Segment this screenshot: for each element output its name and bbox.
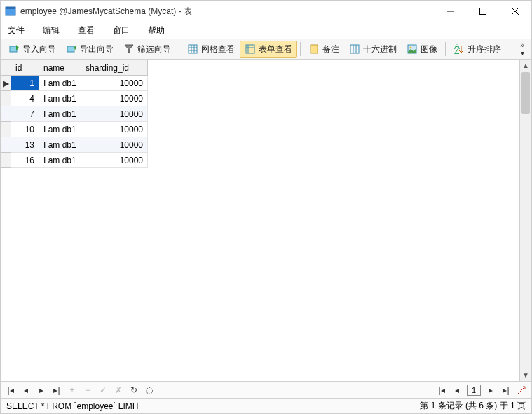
- image-button[interactable]: 图像: [402, 41, 442, 58]
- page-prev-button[interactable]: ◂: [451, 385, 463, 396]
- export-icon: [66, 43, 77, 55]
- toolbar: 导入向导 导出向导 筛选向导 网格查看 表单查看 备注 十六进制 图像 AZ 升…: [1, 39, 531, 60]
- nav-last-button[interactable]: ▸|: [51, 385, 62, 396]
- cell-sharding[interactable]: 10000: [81, 137, 148, 153]
- cell-name[interactable]: I am db1: [39, 76, 81, 91]
- row-indicator[interactable]: [1, 106, 11, 122]
- row-header-corner[interactable]: [1, 60, 11, 76]
- column-header-name[interactable]: name: [39, 60, 81, 76]
- formview-label: 表单查看: [259, 43, 292, 55]
- cell-name[interactable]: I am db1: [39, 153, 81, 168]
- nav-prev-button[interactable]: ◂: [20, 385, 32, 396]
- nav-next-button[interactable]: ▸: [36, 385, 47, 396]
- page-next-button[interactable]: ▸: [485, 385, 496, 396]
- menu-bar: 文件 编辑 查看 窗口 帮助: [1, 22, 531, 39]
- menu-edit[interactable]: 编辑: [40, 23, 62, 38]
- svg-rect-16: [311, 45, 318, 53]
- toolbar-overflow-button[interactable]: »▾: [516, 41, 528, 57]
- nav-refresh-button[interactable]: ↻: [128, 385, 139, 396]
- cell-id[interactable]: 4: [11, 91, 39, 106]
- svg-rect-8: [189, 45, 197, 53]
- nav-stop-button[interactable]: ◌: [144, 385, 155, 396]
- cell-name[interactable]: I am db1: [39, 122, 81, 137]
- sort-asc-button[interactable]: AZ 升序排序: [449, 41, 506, 58]
- nav-delete-button[interactable]: −: [82, 385, 93, 396]
- table-row[interactable]: 10I am db110000: [1, 122, 148, 137]
- menu-file[interactable]: 文件: [5, 23, 27, 38]
- table-row[interactable]: 16I am db110000: [1, 153, 148, 168]
- cell-id[interactable]: 1: [11, 76, 39, 91]
- table-row[interactable]: 13I am db110000: [1, 137, 148, 153]
- maximize-button[interactable]: [467, 1, 499, 22]
- hex-button[interactable]: 十六进制: [344, 41, 402, 58]
- vertical-scrollbar[interactable]: ▲ ▼: [519, 60, 531, 381]
- row-indicator[interactable]: [1, 91, 11, 106]
- form-view-button[interactable]: 表单查看: [240, 41, 297, 58]
- hex-icon: [349, 43, 360, 55]
- gridview-label: 网格查看: [201, 43, 235, 55]
- cell-name[interactable]: I am db1: [39, 91, 81, 106]
- minimize-button[interactable]: [435, 1, 467, 22]
- table-row[interactable]: ▶1I am db110000: [1, 76, 148, 91]
- menu-window[interactable]: 窗口: [110, 23, 132, 38]
- svg-text:Z: Z: [454, 46, 459, 54]
- table-row[interactable]: 7I am db110000: [1, 106, 148, 122]
- menu-view[interactable]: 查看: [75, 23, 97, 38]
- page-last-button[interactable]: ▸|: [500, 385, 512, 396]
- import-wizard-button[interactable]: 导入向导: [4, 41, 61, 58]
- svg-rect-6: [10, 46, 17, 52]
- row-indicator[interactable]: [1, 122, 11, 137]
- hex-label: 十六进制: [363, 43, 397, 55]
- close-button[interactable]: [499, 1, 531, 22]
- export-wizard-button[interactable]: 导出向导: [61, 41, 118, 58]
- row-indicator[interactable]: [1, 137, 11, 153]
- cell-sharding[interactable]: 10000: [81, 122, 148, 137]
- toolbar-separator: [445, 42, 446, 56]
- svg-rect-17: [350, 45, 359, 53]
- import-icon: [8, 43, 20, 55]
- form-icon: [245, 43, 256, 55]
- memo-icon: [308, 43, 320, 55]
- nav-add-button[interactable]: +: [67, 385, 78, 396]
- memo-label: 备注: [322, 43, 339, 55]
- cell-id[interactable]: 16: [11, 153, 39, 168]
- toolbar-separator: [179, 42, 179, 56]
- image-label: 图像: [421, 43, 437, 55]
- cell-name[interactable]: I am db1: [39, 106, 81, 122]
- grid-view-button[interactable]: 网格查看: [182, 41, 240, 58]
- status-bar: SELECT * FROM `employee` LIMIT 第 1 条记录 (…: [1, 398, 531, 413]
- menu-help[interactable]: 帮助: [145, 23, 168, 38]
- page-settings-button[interactable]: [516, 385, 527, 396]
- scroll-up-arrow[interactable]: ▲: [520, 60, 531, 71]
- cell-id[interactable]: 7: [11, 106, 39, 122]
- row-indicator[interactable]: [1, 153, 11, 168]
- data-grid[interactable]: id name sharding_id ▶1I am db1100004I am…: [1, 60, 519, 381]
- cell-sharding[interactable]: 10000: [81, 153, 148, 168]
- cell-sharding[interactable]: 10000: [81, 91, 148, 106]
- cell-id[interactable]: 13: [11, 137, 39, 153]
- cell-sharding[interactable]: 10000: [81, 76, 148, 91]
- cell-id[interactable]: 10: [11, 122, 39, 137]
- nav-first-button[interactable]: |◂: [5, 385, 16, 396]
- filter-wizard-button[interactable]: 筛选向导: [118, 41, 176, 58]
- image-icon: [407, 43, 418, 55]
- scroll-thumb[interactable]: [521, 72, 530, 114]
- sort-icon: AZ: [453, 43, 465, 55]
- export-label: 导出向导: [80, 43, 114, 55]
- page-first-button[interactable]: |◂: [436, 385, 447, 396]
- cell-sharding[interactable]: 10000: [81, 106, 148, 122]
- scroll-down-arrow[interactable]: ▼: [520, 369, 531, 381]
- nav-commit-button[interactable]: ✓: [97, 385, 109, 396]
- status-record-info: 第 1 条记录 (共 6 条) 于 1 页: [420, 400, 526, 412]
- page-number-input[interactable]: 1: [467, 385, 481, 396]
- column-header-id[interactable]: id: [11, 60, 39, 76]
- toolbar-separator: [300, 42, 301, 56]
- table-row[interactable]: 4I am db110000: [1, 91, 148, 106]
- memo-button[interactable]: 备注: [303, 41, 344, 58]
- column-header-sharding[interactable]: sharding_id: [81, 60, 148, 76]
- cell-name[interactable]: I am db1: [39, 137, 81, 153]
- nav-cancel-button[interactable]: ✗: [113, 385, 124, 396]
- sort-label: 升序排序: [468, 43, 501, 55]
- row-indicator[interactable]: ▶: [1, 76, 11, 91]
- app-icon: [5, 6, 16, 17]
